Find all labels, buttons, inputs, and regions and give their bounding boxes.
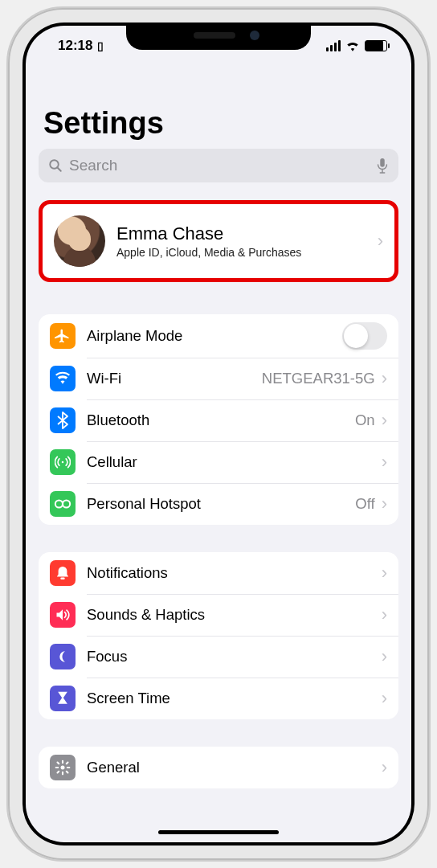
cellular-row[interactable]: Cellular › bbox=[39, 441, 398, 483]
search-icon bbox=[48, 158, 63, 173]
row-value: NETGEAR31-5G bbox=[262, 370, 375, 387]
svg-rect-2 bbox=[380, 158, 384, 167]
wifi-row[interactable]: Wi-Fi NETGEAR31-5G › bbox=[39, 358, 398, 399]
svg-point-7 bbox=[61, 766, 65, 770]
home-indicator[interactable] bbox=[158, 830, 279, 834]
bluetooth-icon bbox=[50, 407, 76, 433]
svg-point-3 bbox=[62, 461, 64, 464]
svg-line-1 bbox=[57, 167, 61, 171]
search-placeholder: Search bbox=[69, 157, 370, 174]
svg-point-5 bbox=[63, 500, 70, 507]
hotspot-icon bbox=[50, 491, 76, 517]
wifi-icon bbox=[50, 366, 76, 391]
row-label: Cellular bbox=[87, 453, 382, 471]
focus-icon bbox=[50, 644, 76, 669]
sounds-icon bbox=[50, 602, 76, 628]
row-label: Personal Hotspot bbox=[87, 495, 355, 513]
connectivity-group: Airplane Mode Wi-Fi NETGEAR31-5G › bbox=[39, 314, 398, 525]
row-label: Airplane Mode bbox=[87, 327, 342, 345]
svg-rect-6 bbox=[60, 577, 64, 579]
notifications-row[interactable]: Notifications › bbox=[39, 552, 398, 594]
row-label: General bbox=[87, 759, 382, 776]
chevron-right-icon: › bbox=[382, 604, 387, 625]
screen: 12:18 ▯ Settings Search bbox=[26, 26, 411, 842]
chevron-right-icon: › bbox=[378, 231, 383, 252]
chevron-right-icon: › bbox=[382, 452, 387, 473]
sounds-row[interactable]: Sounds & Haptics › bbox=[39, 594, 398, 636]
row-label: Sounds & Haptics bbox=[87, 606, 382, 624]
alerts-group: Notifications › Sounds & Haptics › bbox=[39, 552, 398, 719]
row-label: Focus bbox=[87, 648, 382, 665]
apple-id-row[interactable]: Emma Chase Apple ID, iCloud, Media & Pur… bbox=[43, 204, 394, 278]
row-label: Wi-Fi bbox=[87, 370, 262, 387]
general-icon bbox=[50, 755, 76, 780]
cellular-icon bbox=[50, 449, 76, 475]
row-label: Notifications bbox=[87, 564, 382, 582]
status-indicator: ▯ bbox=[97, 39, 104, 52]
notch bbox=[126, 23, 311, 50]
phone-frame: 12:18 ▯ Settings Search bbox=[8, 8, 429, 860]
phone-bezel: 12:18 ▯ Settings Search bbox=[22, 23, 415, 845]
svg-point-4 bbox=[55, 500, 63, 507]
profile-group: Emma Chase Apple ID, iCloud, Media & Pur… bbox=[39, 200, 398, 282]
row-value: Off bbox=[355, 495, 374, 513]
profile-subtitle: Apple ID, iCloud, Media & Purchases bbox=[116, 246, 378, 259]
wifi-status-icon bbox=[345, 40, 360, 51]
notifications-icon bbox=[50, 560, 76, 586]
airplane-toggle[interactable] bbox=[342, 322, 387, 350]
page-title: Settings bbox=[43, 106, 398, 141]
chevron-right-icon: › bbox=[382, 563, 387, 583]
avatar bbox=[54, 215, 105, 267]
focus-row[interactable]: Focus › bbox=[39, 636, 398, 678]
battery-icon bbox=[365, 40, 387, 51]
chevron-right-icon: › bbox=[382, 688, 387, 709]
microphone-icon[interactable] bbox=[376, 158, 389, 174]
profile-name: Emma Chase bbox=[116, 223, 378, 244]
chevron-right-icon: › bbox=[382, 493, 387, 514]
cellular-signal-icon bbox=[326, 40, 341, 51]
row-value: On bbox=[355, 411, 375, 429]
chevron-right-icon: › bbox=[382, 410, 387, 431]
chevron-right-icon: › bbox=[382, 757, 387, 778]
general-row[interactable]: General › bbox=[39, 747, 398, 788]
hotspot-row[interactable]: Personal Hotspot Off › bbox=[39, 483, 398, 525]
chevron-right-icon: › bbox=[382, 646, 387, 667]
row-label: Screen Time bbox=[87, 690, 382, 707]
chevron-right-icon: › bbox=[382, 368, 387, 389]
screentime-row[interactable]: Screen Time › bbox=[39, 678, 398, 719]
screentime-icon bbox=[50, 686, 76, 711]
row-label: Bluetooth bbox=[87, 411, 355, 429]
system-group: General › bbox=[39, 747, 398, 788]
airplane-mode-row[interactable]: Airplane Mode bbox=[39, 314, 398, 358]
status-time: 12:18 bbox=[58, 38, 92, 54]
airplane-icon bbox=[50, 323, 76, 349]
bluetooth-row[interactable]: Bluetooth On › bbox=[39, 399, 398, 441]
search-input[interactable]: Search bbox=[39, 149, 398, 182]
